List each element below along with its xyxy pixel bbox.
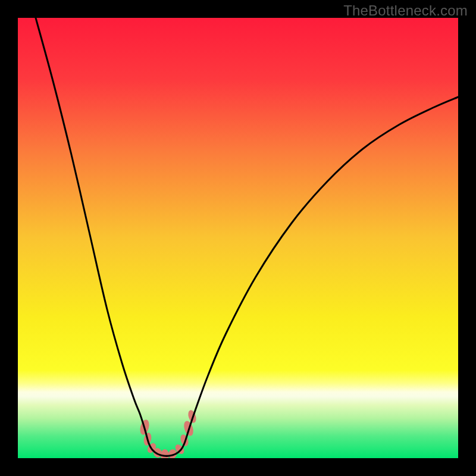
watermark-text: TheBottleneck.com	[343, 2, 468, 19]
curve-layer	[18, 18, 458, 458]
bottleneck-curve	[36, 18, 458, 456]
chart-frame: TheBottleneck.com	[0, 0, 476, 476]
plot-area	[18, 18, 458, 458]
